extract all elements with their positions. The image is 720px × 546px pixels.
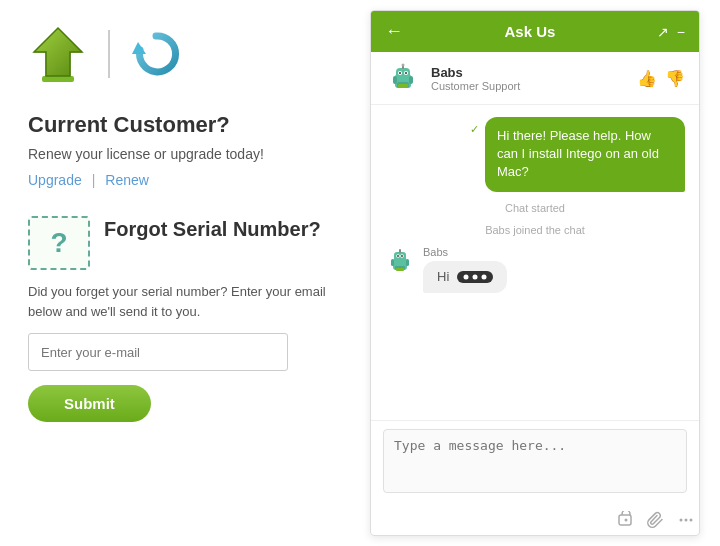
logo-row [28, 24, 342, 84]
renew-link[interactable]: Renew [105, 172, 149, 188]
svg-point-29 [464, 274, 469, 279]
svg-point-30 [473, 274, 478, 279]
svg-rect-19 [406, 259, 409, 266]
serial-icon-box: ? [28, 216, 90, 270]
chat-message-input[interactable] [383, 429, 687, 493]
agent-feedback: 👍 👎 [637, 69, 685, 88]
agent-msg-name: Babs [423, 246, 507, 258]
svg-rect-16 [398, 84, 408, 88]
chat-minimize-button[interactable]: − [677, 24, 685, 40]
current-customer-section: Current Customer? Renew your license or … [28, 112, 342, 188]
serial-section: ? Forgot Serial Number? Did you forget y… [28, 216, 342, 422]
svg-point-25 [401, 255, 403, 257]
agent-name: Babs [431, 65, 627, 80]
thumbs-down-button[interactable]: 👎 [665, 69, 685, 88]
chat-panel: ← Ask Us ↗ − Babs Customer Support [370, 10, 700, 536]
chat-title: Ask Us [413, 23, 647, 40]
svg-rect-26 [399, 249, 401, 253]
email-input[interactable] [28, 333, 288, 371]
svg-rect-7 [409, 76, 413, 84]
chat-more-icon[interactable] [677, 511, 695, 533]
chat-back-button[interactable]: ← [385, 21, 403, 42]
chat-started-status: Chat started [385, 202, 685, 214]
svg-rect-6 [393, 76, 397, 84]
submit-button[interactable]: Submit [28, 385, 151, 422]
chat-toolbar [371, 505, 699, 535]
svg-rect-1 [42, 76, 74, 82]
refresh-icon [130, 28, 182, 80]
agent-role: Customer Support [431, 80, 627, 92]
typing-indicator [457, 269, 493, 285]
svg-rect-27 [396, 268, 404, 271]
svg-point-12 [399, 72, 401, 74]
svg-point-35 [685, 519, 688, 522]
serial-header-row: ? Forgot Serial Number? [28, 216, 342, 270]
chat-send-icon[interactable] [617, 511, 635, 533]
chat-header: ← Ask Us ↗ − [371, 11, 699, 52]
user-message-row: ✓ Hi there! Please help. How can I insta… [385, 117, 685, 192]
message-checkmark: ✓ [470, 123, 479, 136]
current-customer-heading: Current Customer? [28, 112, 342, 138]
svg-point-34 [680, 519, 683, 522]
chat-header-icons: ↗ − [657, 24, 685, 40]
agent-message-row: Babs Hi [385, 246, 685, 293]
thumbs-up-button[interactable]: 👍 [637, 69, 657, 88]
chat-input-area [371, 420, 699, 505]
link-divider: | [92, 172, 96, 188]
left-panel: Current Customer? Renew your license or … [0, 0, 370, 546]
upload-icon [28, 24, 88, 84]
agent-info: Babs Customer Support [431, 65, 627, 92]
agent-msg-content: Babs Hi [423, 246, 507, 293]
serial-heading: Forgot Serial Number? [104, 216, 321, 242]
typing-prefix: Hi [437, 269, 449, 284]
chat-expand-button[interactable]: ↗ [657, 24, 669, 40]
link-row: Upgrade | Renew [28, 172, 342, 188]
question-mark-icon: ? [50, 227, 67, 259]
svg-rect-21 [394, 252, 406, 261]
logo-divider [108, 30, 110, 78]
chat-attach-icon[interactable] [647, 511, 665, 533]
svg-point-31 [482, 274, 487, 279]
upgrade-link[interactable]: Upgrade [28, 172, 82, 188]
serial-desc: Did you forget your serial number? Enter… [28, 282, 342, 321]
svg-point-13 [405, 72, 407, 74]
agent-avatar [385, 60, 421, 96]
svg-point-24 [397, 255, 399, 257]
svg-point-15 [402, 64, 405, 67]
svg-marker-4 [132, 42, 146, 54]
babs-joined-status: Babs joined the chat [385, 224, 685, 236]
chat-agent-bar: Babs Customer Support 👍 👎 [371, 52, 699, 105]
renew-text: Renew your license or upgrade today! [28, 146, 342, 162]
svg-point-36 [690, 519, 693, 522]
svg-rect-18 [391, 259, 394, 266]
user-message-bubble: Hi there! Please help. How can I install… [485, 117, 685, 192]
chat-messages: ✓ Hi there! Please help. How can I insta… [371, 105, 699, 420]
agent-typing-bubble: Hi [423, 261, 507, 293]
svg-point-33 [625, 519, 628, 522]
agent-small-avatar [385, 246, 415, 276]
